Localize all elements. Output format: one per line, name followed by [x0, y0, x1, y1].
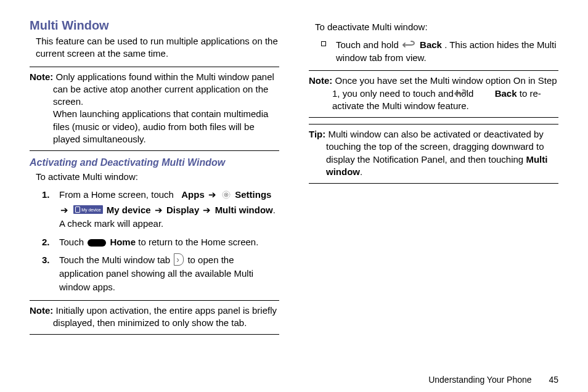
step-3: 3. Touch the Multi window tab to open th… [42, 253, 279, 293]
home-label: Home [110, 237, 136, 247]
step1-pre: From a Home screen, touch [59, 189, 176, 200]
tip-block: Tip: Multi window can also be activated … [309, 124, 558, 184]
bullet-pre: Touch and hold [336, 39, 401, 50]
tip-body: Multi window can also be activated or de… [326, 129, 544, 165]
settings-label: Settings [235, 189, 271, 200]
back-icon [402, 39, 416, 48]
home-icon [88, 239, 106, 247]
apps-label: Apps [181, 189, 205, 200]
intro-paragraph: This feature can be used to run multiple… [30, 35, 279, 60]
display-label: Display [166, 205, 199, 215]
bullet-list: Touch and hold Back . This action hides … [309, 38, 558, 64]
settings-icon [221, 190, 231, 200]
note3-label: Note: [309, 75, 332, 86]
step-2: 2. Touch Home to return to the Home scre… [42, 235, 279, 249]
arrow-1: ➔ [207, 189, 218, 200]
left-column: Multi Window This feature can be used to… [30, 18, 279, 341]
bullet-1: Touch and hold Back . This action hides … [321, 38, 558, 64]
page-number: 45 [549, 375, 558, 385]
note-block-1: Note: Only applications found within the… [30, 67, 279, 152]
step2-post: to return to the Home screen. [138, 237, 258, 247]
back-icon-2 [478, 89, 491, 97]
note2-body: Initially upon activation, the entire ap… [53, 305, 277, 328]
note-block-2: Note: Initially upon activation, the ent… [30, 300, 279, 335]
footer-section: Understanding Your Phone [428, 375, 531, 385]
page-footer: Understanding Your Phone 45 [428, 375, 558, 385]
note2-label: Note: [30, 305, 53, 316]
step-1: 1. From a Home screen, touch Apps ➔ Sett… [42, 188, 279, 230]
step1-post: A check mark will appear. [59, 218, 163, 229]
right-column: To deactivate Multi window: Touch and ho… [309, 18, 558, 341]
steps-list: 1. From a Home screen, touch Apps ➔ Sett… [30, 188, 279, 293]
back-label-2: Back [495, 88, 517, 99]
multiwindow-label: Multi window [215, 205, 273, 215]
arrow-3: ➔ [153, 205, 164, 215]
step2-pre: Touch [59, 237, 86, 247]
note-label: Note: [30, 71, 53, 82]
back-label: Back [420, 39, 442, 50]
note1-line2: When launching applications that contain… [30, 108, 279, 145]
svg-point-12 [226, 194, 227, 196]
section-title: Multi Window [30, 18, 279, 33]
note1-line1: Only applications found within the Multi… [53, 71, 274, 107]
tab-icon [174, 253, 184, 266]
deactivate-label: To deactivate Multi window: [309, 21, 558, 33]
activate-label: To activate Multi window: [30, 171, 279, 183]
subsection-title: Activating and Deactivating Multi Window [30, 157, 279, 168]
mydevice-label: My device [107, 205, 151, 215]
arrow-4: ➔ [202, 205, 212, 215]
tip-end: . [360, 166, 362, 177]
step3-pre: Touch the Multi window tab [59, 255, 173, 265]
note-block-3: Note: Once you have set the Multi window… [309, 70, 558, 118]
arrow-2: ➔ [59, 205, 70, 215]
tip-label: Tip: [309, 129, 325, 139]
mydevice-icon: My device [73, 205, 103, 214]
